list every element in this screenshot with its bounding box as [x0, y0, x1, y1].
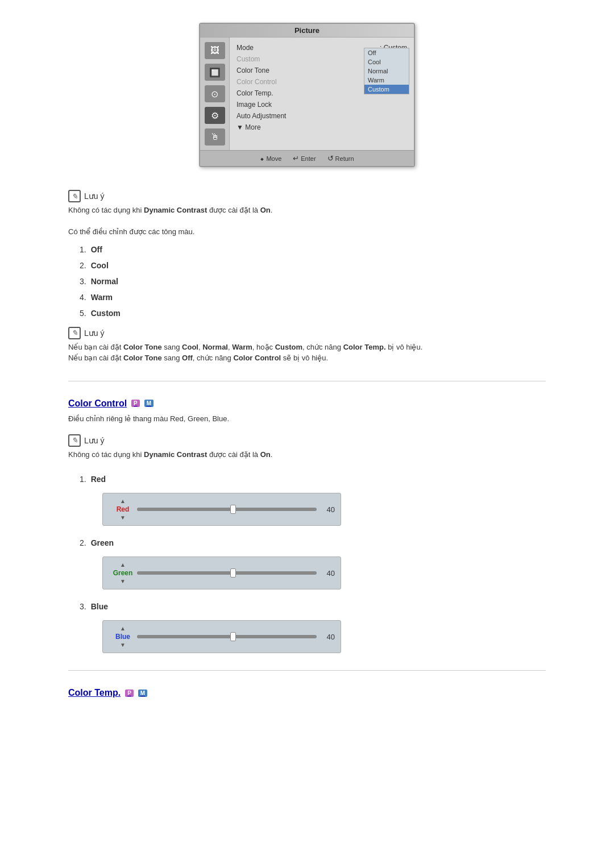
green-label: Green [111, 568, 135, 578]
list-item-custom: 5. Custom [80, 305, 546, 321]
sidebar-icon-1[interactable]: 🖼 [205, 42, 225, 59]
note-text-2b: Nếu bạn cài đặt Color Tone sang Off, chứ… [68, 352, 546, 364]
monitor-titlebar: Picture [200, 24, 414, 38]
color-control-section: Color Control P M Điều chỉnh riêng lẻ th… [68, 398, 546, 654]
sidebar-icon-5[interactable]: 🖱 [205, 128, 225, 146]
dropdown-option-warm[interactable]: Warm [364, 76, 409, 85]
red-track-area: 40 [137, 505, 335, 514]
color-temp-badge-p: P [125, 690, 134, 697]
enter-icon: ↵ [293, 154, 299, 163]
list-item-warm: 4. Warm [80, 289, 546, 305]
footer-move-label: Move [266, 155, 281, 162]
monitor-body: 🖼 🔲 ⊙ ⚙ 🖱 Mode : Custom Custom Color Ton… [200, 38, 414, 150]
footer-move: ⬥ Move [260, 154, 281, 163]
blue-slider-track[interactable] [137, 635, 317, 638]
note-header-cc: ✎ Lưu ý [68, 434, 546, 447]
dropdown-option-cool[interactable]: Cool [364, 57, 409, 67]
green-slider-container: ▲ Green ▼ 40 [102, 556, 341, 589]
footer-return-label: Return [335, 155, 354, 162]
note-text-2a: Nếu bạn cài đặt Color Tone sang Cool, No… [68, 342, 546, 353]
red-slider-box: ▲ Red ▼ 40 [102, 493, 341, 526]
sidebar-icon-4[interactable]: ⚙ [205, 107, 225, 124]
color-control-list-green: 2. Green [80, 535, 546, 551]
color-control-desc: Điều chỉnh riêng lẻ thang màu Red, Green… [68, 414, 546, 423]
badge-p: P [131, 400, 140, 407]
list-item-normal: 3. Normal [80, 273, 546, 289]
list-item-cool: 2. Cool [80, 258, 546, 273]
return-icon: ↺ [327, 154, 334, 163]
note-label-1: Lưu ý [84, 192, 104, 201]
note-icon-cc: ✎ [68, 434, 81, 447]
note-icon-1: ✎ [68, 190, 81, 202]
red-label-area: ▲ Red ▼ [109, 498, 137, 521]
blue-label: Blue [113, 632, 132, 642]
list-item-off: 1. Off [80, 242, 546, 258]
note-text-cc: Không có tác dụng khi Dynamic Contrast đ… [68, 449, 546, 460]
badge-m: M [144, 400, 154, 407]
menu-item-more[interactable]: ▼ More [237, 122, 407, 133]
blue-track-area: 40 [137, 633, 335, 641]
green-slider-box: ▲ Green ▼ 40 [102, 556, 341, 589]
list-item-green: 2. Green [80, 535, 546, 551]
green-slider-value: 40 [321, 569, 335, 578]
note-block-1: ✎ Lưu ý Không có tác dụng khi Dynamic Co… [68, 190, 546, 216]
red-arrow-up[interactable]: ▲ [120, 498, 126, 504]
green-track-area: 40 [137, 569, 335, 578]
blue-slider-box: ▲ Blue ▼ 40 [102, 620, 341, 653]
note-label-cc: Lưu ý [84, 436, 104, 445]
color-control-list: 1. Red [80, 471, 546, 487]
color-temp-title-text: Color Temp. [68, 688, 121, 698]
note-header-2: ✎ Lưu ý [68, 327, 546, 339]
monitor-content: Mode : Custom Custom Color Tone Color Co… [230, 38, 414, 150]
color-temp-badge-m: M [138, 690, 147, 697]
note-label-2: Lưu ý [84, 329, 104, 338]
green-label-area: ▲ Green ▼ [109, 562, 137, 584]
menu-item-image-lock[interactable]: Image Lock [237, 99, 407, 110]
list-item-blue: 3. Blue [80, 599, 546, 614]
monitor-sidebar: 🖼 🔲 ⊙ ⚙ 🖱 [200, 38, 230, 150]
dropdown-option-normal[interactable]: Normal [364, 67, 409, 76]
dropdown-option-custom[interactable]: Custom [364, 85, 409, 94]
monitor-ui: Picture 🖼 🔲 ⊙ ⚙ 🖱 Mode : Custom Custom [199, 23, 415, 167]
color-temp-title: Color Temp. P M [68, 688, 546, 698]
sidebar-icon-3[interactable]: ⊙ [205, 85, 225, 102]
footer-return: ↺ Return [327, 154, 354, 163]
dropdown-option-off[interactable]: Off [364, 48, 409, 57]
blue-slider-container: ▲ Blue ▼ 40 [102, 620, 341, 653]
color-tone-dropdown[interactable]: Off Cool Normal Warm Custom [364, 48, 409, 94]
color-control-title: Color Control P M [68, 398, 546, 409]
note-icon-2: ✎ [68, 327, 81, 339]
monitor-section: Picture 🖼 🔲 ⊙ ⚙ 🖱 Mode : Custom Custom [68, 23, 546, 167]
monitor-footer: ⬥ Move ↵ Enter ↺ Return [200, 150, 414, 166]
sidebar-icon-2[interactable]: 🔲 [205, 64, 225, 81]
footer-enter: ↵ Enter [293, 154, 316, 163]
green-slider-track[interactable] [137, 571, 317, 575]
green-slider-thumb[interactable] [230, 568, 236, 578]
color-tone-list: 1. Off 2. Cool 3. Normal 4. Warm 5. Cust… [80, 242, 546, 321]
blue-arrow-up[interactable]: ▲ [120, 625, 126, 632]
menu-item-auto-adj[interactable]: Auto Adjustment [237, 110, 407, 122]
blue-slider-thumb[interactable] [230, 632, 236, 641]
color-tone-body-text: Có thể điều chỉnh được các tông màu. [68, 227, 546, 236]
note-block-2: ✎ Lưu ý Nếu bạn cài đặt Color Tone sang … [68, 327, 546, 364]
red-slider-thumb[interactable] [230, 505, 236, 514]
red-slider-container: ▲ Red ▼ 40 [102, 493, 341, 526]
green-arrow-up[interactable]: ▲ [120, 562, 126, 568]
red-arrow-down[interactable]: ▼ [120, 514, 126, 521]
red-label: Red [114, 504, 132, 514]
blue-slider-value: 40 [321, 633, 335, 641]
note-header-1: ✎ Lưu ý [68, 190, 546, 202]
blue-arrow-down[interactable]: ▼ [120, 642, 126, 648]
red-slider-track[interactable] [137, 508, 317, 511]
color-temp-section: Color Temp. P M [68, 688, 546, 698]
footer-enter-label: Enter [301, 155, 316, 162]
move-icon: ⬥ [260, 154, 264, 163]
note-text-1: Không có tác dụng khi Dynamic Contrast đ… [68, 205, 546, 216]
list-item-red: 1. Red [80, 471, 546, 487]
divider-2 [68, 670, 546, 671]
note-block-cc: ✎ Lưu ý Không có tác dụng khi Dynamic Co… [68, 434, 546, 460]
color-control-title-text: Color Control [68, 398, 127, 409]
green-arrow-down[interactable]: ▼ [120, 578, 126, 584]
divider-1 [68, 381, 546, 381]
color-control-list-blue: 3. Blue [80, 599, 546, 614]
